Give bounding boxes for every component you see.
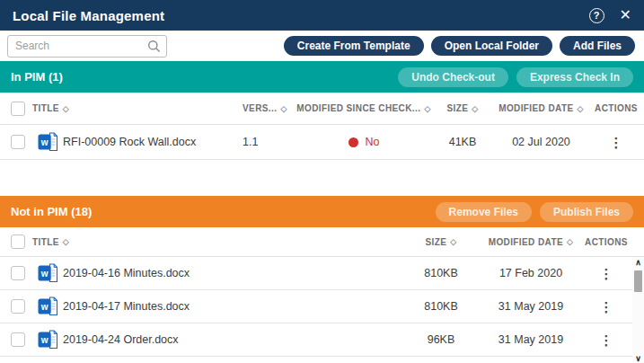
scroll-up-icon[interactable]: ∧: [635, 257, 641, 268]
row-checkbox[interactable]: [11, 135, 25, 149]
column-header-size[interactable]: SIZE ◇: [431, 103, 494, 113]
vertical-scrollbar[interactable]: ∧ ∨: [632, 257, 644, 363]
row-actions: ⋮: [580, 333, 632, 347]
column-header-modified-date[interactable]: MODIFIED DATE ◇: [481, 237, 580, 247]
search-input[interactable]: [7, 35, 167, 58]
undo-checkout-button[interactable]: Undo Check-out: [398, 67, 508, 87]
sort-icon[interactable]: ◇: [472, 104, 478, 113]
local-file-management-dialog: Local File Management ? ✕ Create From Te…: [0, 0, 644, 363]
file-modified-date: 17 Feb 2020: [481, 267, 580, 279]
column-header-modified-date[interactable]: MODIFIED DATE ◇: [494, 103, 588, 113]
file-modified-date: 31 May 2019: [481, 333, 580, 346]
column-header-actions: ACTIONS: [580, 237, 632, 247]
publish-files-button[interactable]: Publish Files: [540, 202, 633, 222]
sort-icon[interactable]: ◇: [450, 237, 456, 246]
sort-icon[interactable]: ◇: [280, 104, 287, 113]
sort-icon[interactable]: ◇: [578, 104, 584, 113]
row-actions: ⋮: [588, 136, 644, 149]
svg-text:w: w: [40, 302, 48, 312]
word-file-icon: w: [32, 330, 63, 350]
select-all-checkbox[interactable]: [11, 235, 25, 249]
not-in-pim-table-body: w 2019-04-16 Minutes.docx 810KB 17 Feb 2…: [0, 257, 644, 363]
add-files-button[interactable]: Add Files: [560, 36, 635, 56]
column-header-version[interactable]: VERS... ◇: [243, 103, 296, 113]
column-header-size[interactable]: SIZE ◇: [401, 237, 481, 247]
file-title: 2019-04-17 Minutes.docx: [63, 300, 401, 313]
select-all-checkbox[interactable]: [11, 102, 25, 116]
status-dot: [348, 137, 358, 147]
row-checkbox[interactable]: [11, 299, 25, 314]
close-icon[interactable]: ✕: [620, 8, 631, 22]
table-row[interactable]: ⋮: [0, 357, 632, 363]
in-pim-band: In PIM (1) Undo Check-out Express Check …: [0, 61, 644, 93]
remove-files-button[interactable]: Remove Files: [436, 202, 532, 222]
search-icon: [147, 40, 161, 53]
file-title: 2019-04-24 Order.docx: [63, 333, 401, 346]
kebab-menu-icon[interactable]: ⋮: [610, 136, 623, 149]
file-modified-date: 02 Jul 2020: [494, 136, 588, 148]
search-box: [7, 35, 167, 58]
file-size: 41KB: [431, 136, 494, 148]
express-checkin-button[interactable]: Express Check In: [516, 67, 633, 87]
table-row[interactable]: w 2019-04-24 Order.docx 96KB 31 May 2019…: [0, 323, 632, 357]
open-local-folder-button[interactable]: Open Local Folder: [431, 36, 552, 56]
dialog-title: Local File Management: [13, 8, 164, 23]
in-pim-title: In PIM (1): [11, 70, 63, 84]
sort-icon[interactable]: ◇: [424, 104, 430, 113]
row-actions: ⋮: [580, 300, 632, 314]
row-checkbox[interactable]: [11, 332, 25, 347]
not-in-pim-band: Not in PIM (18) Remove Files Publish Fil…: [0, 196, 644, 227]
file-size: 810KB: [401, 267, 481, 279]
file-title: 2019-04-16 Minutes.docx: [63, 267, 401, 279]
sort-icon[interactable]: ◇: [63, 104, 69, 113]
modified-since-value: No: [366, 136, 380, 148]
sort-icon[interactable]: ◇: [63, 237, 69, 246]
file-size: 96KB: [401, 333, 481, 346]
svg-text:w: w: [40, 335, 48, 345]
column-header-title[interactable]: TITLE ◇: [32, 103, 243, 113]
scrollbar-thumb[interactable]: [634, 270, 642, 292]
dialog-titlebar: Local File Management ? ✕: [0, 0, 644, 31]
in-pim-section: In PIM (1) Undo Check-out Express Check …: [0, 61, 644, 160]
table-row[interactable]: w RFI-00009 Rock Wall.docx 1.1 No 41KB 0…: [0, 125, 644, 160]
word-file-icon: w: [32, 263, 63, 283]
row-checkbox[interactable]: [11, 266, 25, 280]
not-in-pim-actions: Remove Files Publish Files: [436, 202, 633, 222]
file-modified-date: 31 May 2019: [481, 300, 580, 313]
titlebar-icons: ? ✕: [589, 8, 631, 23]
sort-icon[interactable]: ◇: [567, 237, 573, 246]
kebab-menu-icon[interactable]: ⋮: [600, 267, 613, 280]
not-in-pim-table-header: TITLE ◇ SIZE ◇ MODIFIED DATE ◇ ACTIONS: [0, 227, 644, 257]
kebab-menu-icon[interactable]: ⋮: [600, 333, 613, 347]
word-file-icon: w: [32, 297, 63, 316]
svg-text:w: w: [40, 269, 48, 279]
row-actions: ⋮: [580, 267, 632, 280]
not-in-pim-section: Not in PIM (18) Remove Files Publish Fil…: [0, 196, 644, 363]
column-header-actions: ACTIONS: [588, 103, 644, 113]
help-icon[interactable]: ?: [589, 8, 604, 23]
toolbar: Create From Template Open Local Folder A…: [0, 31, 644, 61]
table-row[interactable]: w 2019-04-16 Minutes.docx 810KB 17 Feb 2…: [0, 257, 632, 290]
table-row[interactable]: w 2019-04-17 Minutes.docx 810KB 31 May 2…: [0, 290, 632, 323]
create-from-template-button[interactable]: Create From Template: [284, 36, 424, 56]
scroll-down-icon[interactable]: ∨: [635, 353, 641, 363]
file-title: RFI-00009 Rock Wall.docx: [63, 136, 243, 148]
in-pim-actions: Undo Check-out Express Check In: [398, 67, 633, 87]
modified-since-cell: No: [296, 136, 431, 148]
file-size: 810KB: [401, 300, 481, 313]
column-header-modified-since[interactable]: MODIFIED SINCE CHECK... ◇: [296, 103, 431, 113]
in-pim-table-header: TITLE ◇ VERS... ◇ MODIFIED SINCE CHECK..…: [0, 93, 644, 125]
not-in-pim-title: Not in PIM (18): [11, 205, 92, 218]
kebab-menu-icon[interactable]: ⋮: [600, 300, 613, 314]
column-header-title[interactable]: TITLE ◇: [32, 237, 401, 247]
file-version: 1.1: [243, 136, 296, 148]
toolbar-buttons: Create From Template Open Local Folder A…: [284, 36, 637, 56]
word-file-icon: w: [32, 132, 63, 152]
section-gap: [0, 160, 644, 196]
svg-text:w: w: [40, 137, 48, 147]
